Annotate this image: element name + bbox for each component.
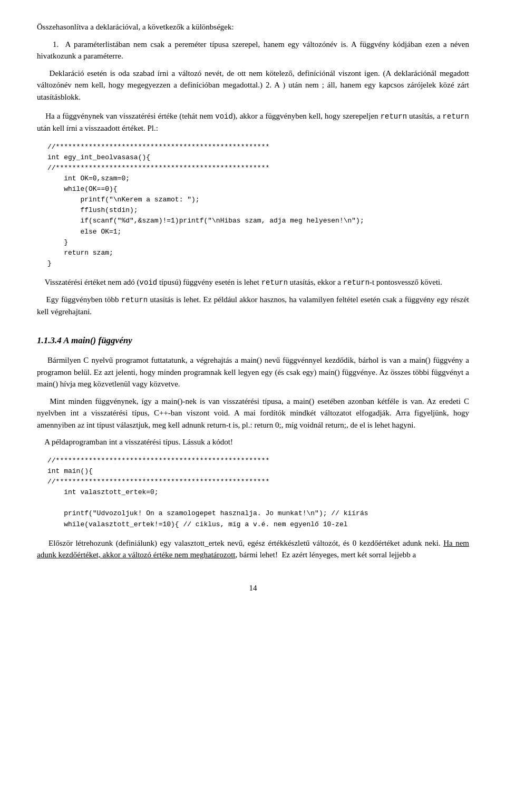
page-content: Összehasonlítva a deklarációval, a követ… <box>37 21 469 561</box>
inline-code-return3: return <box>261 278 288 287</box>
inline-code-return2: return <box>443 112 469 121</box>
paragraph-declaration-note: Deklaráció esetén is oda szabad írni a v… <box>37 67 469 103</box>
paragraph-main-intro: Bármilyen C nyelvű programot futtatatunk… <box>37 354 469 390</box>
paragraph-main-return-type: Mint minden függvénynek, így a main()-ne… <box>37 395 469 431</box>
paragraph-void-return: Visszatérési értéket nem adó (void típus… <box>37 276 469 288</box>
section-heading-main: 1.1.3.4 A main() függvény <box>37 334 469 347</box>
inline-code-return1: return <box>381 112 407 121</box>
underlined-text-no-init: Ha nem adunk kezdőértéket, akkor a válto… <box>37 539 469 559</box>
page-number: 14 <box>37 582 469 594</box>
code-block-beolvasasa: //**************************************… <box>37 142 469 269</box>
code-block-main: //**************************************… <box>37 456 469 530</box>
paragraph-multiple-return: Egy függvényben több return utasítás is … <box>37 294 469 318</box>
inline-code-void1: void <box>215 112 233 121</box>
inline-code-void2: void <box>140 278 158 287</box>
inline-code-return4: return <box>343 278 369 287</box>
paragraph-point1: 1. A paraméterlistában nem csak a peremé… <box>37 38 469 62</box>
inline-code-return5: return <box>121 296 148 304</box>
paragraph-variable-intro: Először létrehozunk (definiálunk) egy va… <box>37 537 469 561</box>
paragraph-return-intro: Ha a függvénynek van visszatérési értéke… <box>37 110 469 134</box>
paragraph-comparison-intro: Összehasonlítva a deklarációval, a követ… <box>37 21 469 33</box>
paragraph-example-intro: A példaprogramban int a visszatérési típ… <box>37 436 469 448</box>
